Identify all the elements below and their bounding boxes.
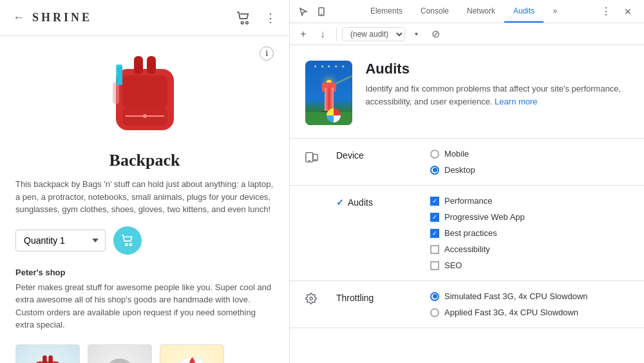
devtools-close-button[interactable]: ✕ [620, 3, 636, 20]
shrine-title: SHRINE [32, 11, 92, 25]
product-image [103, 46, 187, 143]
desktop-radio[interactable] [430, 166, 439, 175]
device-section-label: Device [336, 149, 420, 161]
best-practices-checkbox[interactable]: ✓ [430, 229, 439, 238]
device-section-icon [305, 150, 326, 163]
product-title: Backpack [15, 151, 274, 170]
audit-hero-text: Audits Identify and fix common problems … [365, 61, 629, 108]
quantity-row: Quantity 1 Quantity 2 Quantity 3 Quantit… [15, 226, 274, 255]
backpack-thumbnail[interactable] [15, 344, 80, 364]
shrine-panel: ← SHRINE ⋮ [0, 0, 290, 363]
product-description: This backpack by Bags 'n' stuff can hold… [15, 178, 274, 216]
devtools-topbar-icons: ⋮ ✕ [598, 3, 641, 20]
performance-checkbox[interactable]: ✓ [430, 197, 439, 206]
audits-checkboxes: ✓ Performance ✓ Progressive Web App ✓ Be… [430, 196, 525, 270]
svg-rect-5 [147, 56, 156, 74]
info-icon[interactable]: ℹ [260, 46, 274, 61]
device-section: Device Mobile Desktop [290, 139, 644, 186]
cart-button[interactable] [235, 10, 252, 26]
clear-audit-button[interactable]: ⊘ [427, 26, 444, 43]
stars: ★ ★ ★ ★ ★ [305, 64, 352, 68]
audits-section: ✓ Audits ✓ Performance ✓ Progressive Web… [290, 186, 644, 281]
devtools-tabs: Elements Console Network Audits » [361, 0, 566, 23]
svg-point-8 [143, 114, 147, 118]
shop-description: Peter makes great stuff for awesome peop… [15, 281, 274, 331]
seo-option[interactable]: SEO [430, 260, 525, 270]
helmet-thumbnail[interactable] [88, 344, 152, 364]
svg-point-31 [310, 297, 313, 300]
pwa-option[interactable]: ✓ Progressive Web App [430, 212, 525, 222]
tab-elements[interactable]: Elements [361, 0, 412, 23]
shrine-header: ← SHRINE ⋮ [0, 0, 289, 36]
mobile-icon [317, 7, 326, 16]
add-to-cart-button[interactable] [113, 226, 142, 255]
cursor-icon [299, 7, 308, 16]
throttling-section-icon [305, 293, 326, 304]
mobile-option[interactable]: Mobile [430, 149, 475, 159]
cart-add-icon [121, 235, 134, 246]
pwa-checkbox[interactable]: ✓ [430, 213, 439, 222]
best-practices-option[interactable]: ✓ Best practices [430, 228, 525, 238]
devtools-panel: Elements Console Network Audits » ⋮ ✕ + … [290, 0, 644, 363]
svg-rect-9 [113, 82, 119, 104]
svg-point-1 [246, 21, 249, 24]
shrine-header-icons: ⋮ [235, 10, 279, 26]
quantity-select[interactable]: Quantity 1 Quantity 2 Quantity 3 Quantit… [15, 230, 106, 251]
accessibility-checkbox[interactable] [430, 245, 439, 254]
audit-dropdown-button[interactable]: ▾ [408, 26, 424, 43]
devtools-toolbar: + ↓ (new audit) ▾ ⊘ [290, 23, 644, 45]
mobile-radio[interactable] [430, 150, 439, 159]
back-button[interactable]: ← [10, 10, 27, 26]
svg-rect-4 [134, 56, 143, 74]
svg-rect-15 [43, 355, 46, 363]
fast3g-simulated-radio[interactable] [430, 292, 439, 301]
lighthouse-illustration: ★ ★ ★ ★ ★ [305, 61, 352, 125]
accessibility-option[interactable]: Accessibility [430, 244, 525, 254]
audits-description: Identify and fix common problems that af… [365, 83, 629, 108]
thumb-helmet-icon [97, 351, 142, 364]
throttling-section-label: Throttling [336, 291, 420, 303]
ball-thumbnail[interactable] [160, 344, 224, 364]
shrine-content: ℹ Backpack This backpack by Bags 'n' stu… [0, 36, 289, 363]
throttling-options: Simulated Fast 3G, 4x CPU Slowdown Appli… [430, 291, 588, 317]
shop-name: Peter's shop [15, 268, 274, 277]
svg-rect-16 [48, 355, 52, 363]
import-audit-button[interactable]: ↓ [314, 26, 331, 43]
tab-audits[interactable]: Audits [504, 0, 544, 23]
shrine-header-left: ← SHRINE [10, 10, 92, 26]
svg-point-13 [129, 243, 131, 245]
device-toggle-button[interactable] [313, 3, 330, 20]
audits-title: Audits [365, 61, 629, 77]
svg-rect-11 [116, 64, 122, 85]
phone-tablet-icon [305, 150, 318, 163]
menu-button[interactable]: ⋮ [262, 10, 279, 26]
cursor-tool-button[interactable] [295, 3, 312, 20]
cart-icon [236, 12, 251, 25]
tab-more[interactable]: » [544, 0, 566, 23]
seo-checkbox[interactable] [430, 261, 439, 270]
svg-point-12 [126, 243, 128, 245]
audit-select[interactable]: (new audit) [342, 27, 405, 41]
audits-section-label: ✓ Audits [336, 196, 420, 208]
thumb-ball-icon [171, 352, 213, 363]
throttling-section: Throttling Simulated Fast 3G, 4x CPU Slo… [290, 281, 644, 328]
toolbar-divider [336, 28, 337, 41]
device-options: Mobile Desktop [430, 149, 475, 175]
add-audit-button[interactable]: + [295, 26, 312, 43]
fast3g-applied-option[interactable]: Applied Fast 3G, 4x CPU Slowdown [430, 308, 588, 317]
thumbnail-row [15, 344, 274, 364]
fast3g-applied-radio[interactable] [430, 308, 439, 317]
svg-point-0 [241, 21, 243, 24]
tab-console[interactable]: Console [412, 0, 458, 23]
performance-option[interactable]: ✓ Performance [430, 196, 525, 206]
svg-rect-3 [122, 75, 167, 108]
gear-icon [305, 293, 317, 304]
devtools-dots-button[interactable]: ⋮ [598, 3, 614, 20]
audit-hero: ★ ★ ★ ★ ★ Audits Identify and fix comm [290, 45, 644, 139]
desktop-option[interactable]: Desktop [430, 165, 475, 175]
devtools-main: ★ ★ ★ ★ ★ Audits Identify and fix comm [290, 45, 644, 363]
learn-more-link[interactable]: Learn more [495, 97, 537, 106]
tab-network[interactable]: Network [458, 0, 504, 23]
fast3g-simulated-option[interactable]: Simulated Fast 3G, 4x CPU Slowdown [430, 291, 588, 301]
svg-point-19 [106, 358, 133, 363]
